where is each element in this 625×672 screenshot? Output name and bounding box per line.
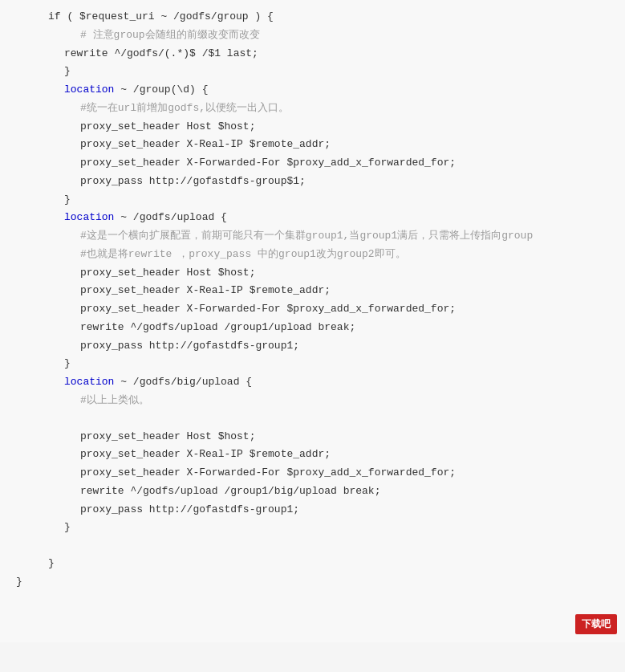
code-line: } [0,573,625,592]
code-line: proxy_set_header X-Forwarded-For $proxy_… [0,300,625,319]
code-line: #这是一个横向扩展配置，前期可能只有一个集群group1,当group1满后，只… [0,227,625,246]
code-line: proxy_set_header X-Forwarded-For $proxy_… [0,464,625,483]
code-line: proxy_set_header Host $host; [0,118,625,136]
code-line: # 注意group会随组的前缀改变而改变 [0,26,625,45]
code-line: } [0,519,625,537]
code-line: rewrite ^/godfs/upload /group1/big/uploa… [0,483,625,501]
code-container: if ( $request_uri ~ /godfs/group ) {# 注意… [0,0,625,642]
code-line: proxy_pass http://gofastdfs-group1; [0,501,625,519]
code-line: if ( $request_uri ~ /godfs/group ) { [0,8,625,26]
code-line: location ~ /group(\d) { [0,81,625,100]
watermark: 下载吧 [575,614,617,634]
code-line: #以上上类似。 [0,392,625,410]
code-line: rewrite ^/godfs/(.*)$ /$1 last; [0,45,625,63]
code-line: proxy_set_header Host $host; [0,428,625,446]
code-line: #也就是将rewrite ，proxy_pass 中的group1改为group… [0,246,625,264]
code-line: #统一在url前增加godfs,以便统一出入口。 [0,100,625,118]
code-line: proxy_set_header X-Real-IP $remote_addr; [0,136,625,154]
code-line: } [0,191,625,210]
code-line: } [0,555,625,573]
code-line [0,537,625,555]
code-line: location ~ /godfs/upload { [0,209,625,227]
code-line: proxy_set_header X-Forwarded-For $proxy_… [0,154,625,173]
code-line: proxy_pass http://gofastdfs-group$1; [0,173,625,191]
code-line: location ~ /godfs/big/upload { [0,373,625,392]
code-line: } [0,63,625,81]
code-line: proxy_set_header X-Real-IP $remote_addr; [0,282,625,300]
code-line: } [0,355,625,373]
code-line: rewrite ^/godfs/upload /group1/upload br… [0,319,625,337]
code-line: proxy_set_header Host $host; [0,264,625,283]
code-line: proxy_pass http://gofastdfs-group1; [0,337,625,356]
code-lines: if ( $request_uri ~ /godfs/group ) {# 注意… [0,8,625,592]
code-line: proxy_set_header X-Real-IP $remote_addr; [0,446,625,464]
code-line [0,410,625,428]
